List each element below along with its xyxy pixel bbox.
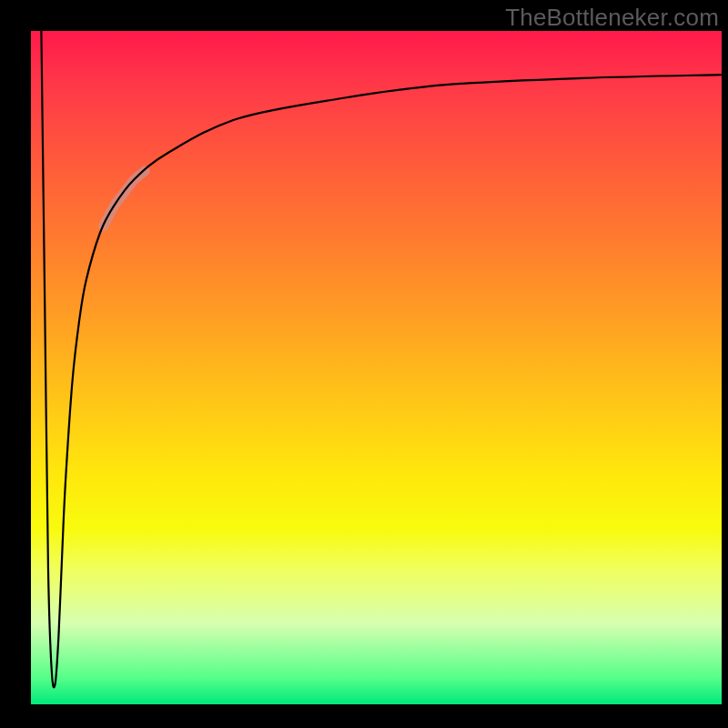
watermark-text: TheBottleneker.com (505, 4, 719, 32)
highlight-segment (104, 171, 146, 227)
chart-frame: TheBottleneker.com (0, 0, 728, 728)
plot-area (31, 31, 722, 704)
curve-svg (31, 31, 722, 704)
bottleneck-curve (41, 31, 722, 687)
